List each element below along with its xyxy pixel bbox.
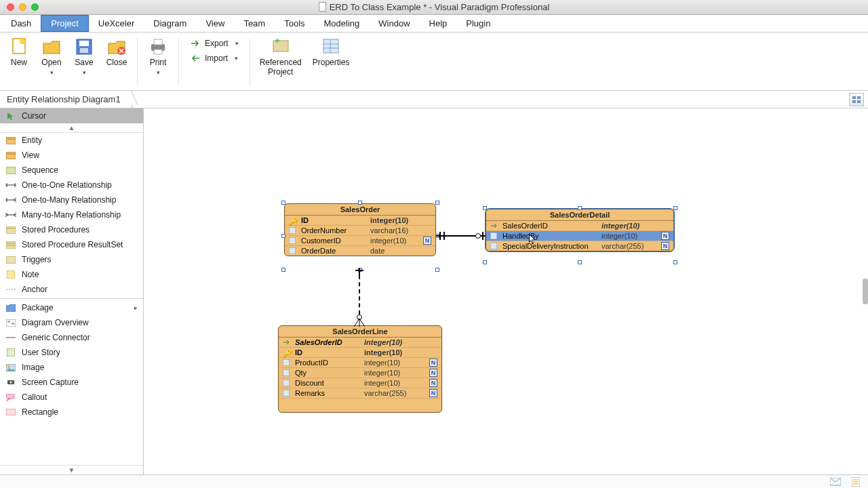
export-button[interactable]: Export▾ (187, 37, 241, 50)
palette-stored-procedures[interactable]: Stored Procedures (0, 222, 143, 237)
rectangle-icon (5, 407, 16, 417)
menu-tools[interactable]: Tools (275, 15, 314, 32)
close-button[interactable]: Close (102, 35, 132, 68)
column-orderdate[interactable]: OrderDatedate (285, 246, 435, 256)
note-icon (5, 270, 16, 279)
nullable-badge: N (661, 232, 669, 240)
menu-team[interactable]: Team (234, 15, 275, 32)
palette-generic-connector[interactable]: Generic Connector (0, 330, 143, 345)
palette-callout[interactable]: Callout (0, 390, 143, 405)
palette-view[interactable]: View (0, 148, 143, 163)
grid-icon (852, 96, 861, 104)
column-ordernumber[interactable]: OrderNumbervarchar(16) (285, 226, 435, 236)
handle[interactable] (578, 260, 582, 264)
close-window-icon[interactable] (7, 3, 14, 11)
save-button[interactable]: Save ▾ (69, 35, 99, 76)
palette-note[interactable]: Note (0, 267, 143, 282)
menu-help[interactable]: Help (420, 15, 457, 32)
column-productid[interactable]: ProductIDinteger(10)N (279, 358, 441, 368)
handle[interactable] (483, 206, 487, 210)
switch-diagram-button[interactable] (849, 93, 864, 106)
palette-screen-capture[interactable]: Screen Capture (0, 375, 143, 390)
column-remarks[interactable]: Remarksvarchar(255)N (279, 388, 441, 399)
menu-window[interactable]: Window (369, 15, 419, 32)
handle[interactable] (483, 260, 487, 264)
relationship-salesorder-line[interactable] (359, 275, 360, 314)
handle[interactable] (281, 268, 285, 272)
menu-uexceler[interactable]: UeXceler (89, 15, 144, 32)
svg-rect-53 (283, 369, 290, 376)
palette-image[interactable]: Image (0, 360, 143, 375)
conn-one-end (355, 270, 363, 271)
palette-entity[interactable]: Entity (0, 133, 143, 148)
breadcrumb[interactable]: Entity Relationship Diagram1 (0, 91, 132, 108)
notes-icon[interactable] (850, 477, 861, 487)
handle[interactable] (435, 201, 439, 205)
svg-rect-50 (490, 232, 497, 239)
column-qty[interactable]: Qtyinteger(10)N (279, 368, 441, 378)
column-id[interactable]: 🔑IDinteger(10) (285, 216, 435, 226)
entity-salesorderdetail[interactable]: SalesOrderDetail SalesOrderIDinteger(10)… (486, 209, 674, 251)
entity-salesorderline[interactable]: SalesOrderLine SalesOrderIDinteger(10) 🔑… (278, 325, 442, 413)
zoom-window-icon[interactable] (31, 3, 39, 11)
palette-one-to-one[interactable]: One-to-One Relationship (0, 178, 143, 192)
svg-rect-16 (852, 100, 856, 103)
column-customerid[interactable]: CustomerIDinteger(10)N (285, 236, 435, 246)
palette-triggers[interactable]: Triggers (0, 252, 143, 267)
chevron-down-icon: ▾ (83, 69, 86, 76)
menu-plugin[interactable]: Plugin (456, 15, 500, 32)
palette-cursor[interactable]: Cursor (0, 108, 143, 123)
handle[interactable] (578, 206, 582, 210)
column-id[interactable]: 🔑IDinteger(10) (279, 348, 441, 358)
sequence-icon (5, 165, 16, 175)
svg-rect-15 (857, 96, 861, 99)
print-icon (148, 37, 168, 57)
palette-collapse-up[interactable]: ▲ (0, 123, 143, 133)
scrollbar[interactable] (863, 279, 868, 304)
column-discount[interactable]: Discountinteger(10)N (279, 378, 441, 388)
handle[interactable] (281, 234, 285, 238)
handle[interactable] (673, 206, 677, 210)
palette-user-story[interactable]: User Story (0, 345, 143, 360)
svg-rect-55 (283, 390, 290, 396)
referenced-project-button[interactable]: Referenced Project (256, 35, 306, 77)
callout-icon (5, 392, 16, 402)
column-salesorderid[interactable]: SalesOrderIDinteger(10) (486, 221, 673, 231)
handle[interactable] (358, 201, 362, 205)
handle[interactable] (435, 268, 439, 272)
palette-stored-procedure-resultset[interactable]: Stored Procedure ResultSet (0, 237, 143, 252)
menu-modeling[interactable]: Modeling (315, 15, 370, 32)
palette-sequence[interactable]: Sequence (0, 163, 143, 178)
svg-rect-46 (6, 409, 16, 415)
menu-view[interactable]: View (196, 15, 234, 32)
palette-rectangle[interactable]: Rectangle (0, 405, 143, 420)
palette-one-to-many[interactable]: One-to-Many Relationship (0, 192, 143, 207)
print-button[interactable]: Print ▾ (143, 35, 173, 76)
conn-one-end (443, 232, 445, 240)
palette-many-to-many[interactable]: Many-to-Many Relationship (0, 207, 143, 222)
handle[interactable] (673, 260, 677, 264)
minimize-window-icon[interactable] (19, 3, 26, 11)
palette-collapse-down[interactable]: ▼ (0, 465, 143, 474)
conn-one-end (439, 232, 441, 240)
menu-dash[interactable]: Dash (1, 15, 41, 32)
palette-package[interactable]: Package (0, 300, 143, 315)
open-button[interactable]: Open ▾ (37, 35, 66, 76)
import-button[interactable]: Import▾ (187, 52, 241, 65)
entity-salesorder[interactable]: SalesOrder 🔑IDinteger(10) OrderNumbervar… (284, 203, 436, 256)
palette-diagram-overview[interactable]: Diagram Overview (0, 315, 143, 330)
column-handledby[interactable]: HandledByinteger(10)N (486, 231, 673, 241)
new-button[interactable]: New (4, 35, 34, 68)
handle[interactable] (281, 201, 285, 205)
menu-diagram[interactable]: Diagram (144, 15, 196, 32)
column-icon (289, 237, 297, 244)
fk-icon (490, 222, 498, 229)
properties-button[interactable]: Properties (309, 35, 354, 68)
column-specialdeliveryinstruction[interactable]: SpecialDeliveryInstructionvarchar(255)N (486, 241, 673, 251)
diagram-canvas[interactable]: SalesOrder 🔑IDinteger(10) OrderNumbervar… (144, 108, 868, 474)
menu-project[interactable]: Project (41, 15, 88, 32)
column-salesorderid[interactable]: SalesOrderIDinteger(10) (279, 338, 441, 348)
message-icon[interactable] (830, 477, 841, 487)
palette-anchor[interactable]: Anchor (0, 282, 143, 297)
key-icon: 🔑 (283, 349, 291, 356)
